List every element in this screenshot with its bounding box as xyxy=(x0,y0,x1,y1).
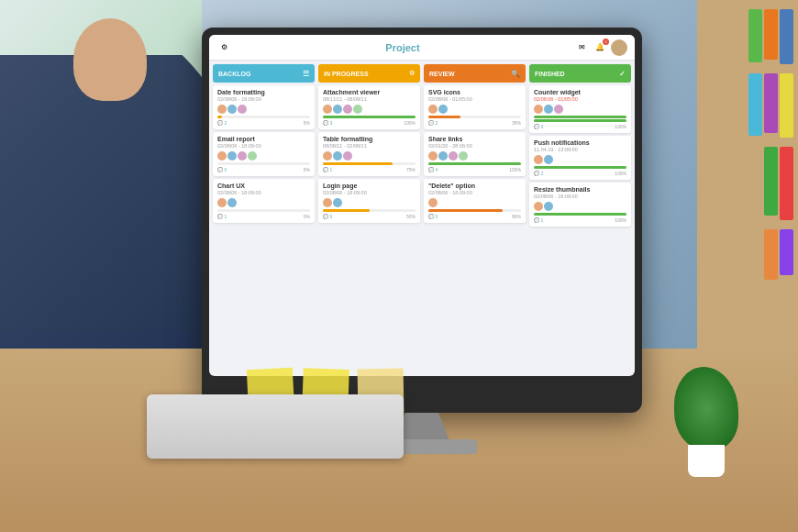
task-date: 08/08/11 - 02/08/11 xyxy=(323,143,416,149)
task-card: Counter widget 02/08:06 - 01/05:00 xyxy=(529,85,631,133)
card-footer: 💬 4 100% xyxy=(428,167,521,172)
col-label-inprogress: IN PROGRESS xyxy=(324,71,369,77)
avatars-row xyxy=(534,202,626,211)
background-scene: ⚙ Project ✉ 🔔 0 xyxy=(0,0,798,532)
progress-bg xyxy=(323,116,416,118)
card-footer: 💬 2 35% xyxy=(428,120,521,126)
avatar xyxy=(438,151,448,161)
avatar xyxy=(227,151,237,161)
avatar xyxy=(217,151,227,161)
task-card: SVG icons 02/08/06 - 01/05:00 xyxy=(424,85,526,129)
col-header-finished: FINISHED ✓ xyxy=(529,64,631,83)
msg-count: 💬 2 xyxy=(428,120,438,126)
card-footer: 💬 2 100% xyxy=(534,171,626,176)
plant xyxy=(670,367,743,477)
keyboard[interactable] xyxy=(147,394,404,459)
task-title: Push notifications xyxy=(534,139,626,146)
task-card: Share links 02/01/20 - 28:06:00 xyxy=(424,132,526,176)
progress-label: 100% xyxy=(509,167,521,172)
task-date: 02/08/06 - 18:09:00 xyxy=(217,143,310,149)
col-inprogress: IN PROGRESS ⚙ Attachment viewer 08/11/11… xyxy=(318,64,420,372)
progress-fill xyxy=(428,116,460,118)
avatar xyxy=(248,151,257,161)
progress-label: 80% xyxy=(512,214,521,219)
msg-count: 💬 0 xyxy=(428,214,438,219)
avatar xyxy=(227,105,237,114)
task-date: 08/11/11 - 08/09/11 xyxy=(323,96,416,102)
col-label-backlog: BACKLOG xyxy=(218,71,250,77)
app-header: ⚙ Project ✉ 🔔 0 xyxy=(209,35,635,61)
task-date: 02/01/20 - 28:06:00 xyxy=(428,143,521,149)
avatar xyxy=(534,105,543,114)
settings-left-icon[interactable]: ⚙ xyxy=(216,40,231,55)
card-footer: 💬 3 100% xyxy=(323,120,416,126)
avatar xyxy=(227,198,237,207)
msg-count: 💬 1 xyxy=(217,214,227,219)
progress-bg xyxy=(534,166,626,169)
avatar xyxy=(343,151,352,161)
avatar xyxy=(428,198,438,207)
avatar xyxy=(333,105,342,114)
kanban-board: BACKLOG ☰ Date formatting 02/08/06 - 18:… xyxy=(209,61,635,376)
progress-bg xyxy=(534,213,626,216)
avatar xyxy=(428,151,438,161)
mail-icon[interactable]: ✉ xyxy=(574,40,589,55)
task-title: SVG icons xyxy=(428,89,521,95)
plant-leaves xyxy=(674,367,738,449)
avatar xyxy=(238,151,247,161)
bookshelf xyxy=(697,0,798,349)
avatar xyxy=(238,105,247,114)
task-title: Email report xyxy=(217,136,310,142)
header-icons: ✉ 🔔 0 xyxy=(574,39,627,56)
card-footer: 💬 1 0% xyxy=(217,214,310,219)
progress-fill-2 xyxy=(534,119,626,122)
review-icon: 🔍 xyxy=(511,70,520,78)
msg-count: 💬 3 xyxy=(323,120,332,126)
card-footer: 💬 1 75% xyxy=(323,167,416,172)
avatar xyxy=(323,105,332,114)
progress-bg xyxy=(323,209,416,212)
col-review: REVIEW 🔍 SVG icons 02/08/06 - 01/05:00 xyxy=(424,64,526,372)
task-title: Attachment viewer xyxy=(323,89,416,95)
avatar xyxy=(333,198,342,207)
avatars-row xyxy=(217,198,310,207)
bell-icon[interactable]: 🔔 0 xyxy=(593,40,607,55)
avatar xyxy=(544,105,553,114)
task-date: 11.04.19 - 13:09:00 xyxy=(534,147,626,152)
avatar xyxy=(534,155,543,164)
progress-bg xyxy=(323,162,416,165)
monitor: ⚙ Project ✉ 🔔 0 xyxy=(202,28,642,413)
progress-label: 75% xyxy=(406,167,416,172)
avatar xyxy=(353,105,362,114)
avatars-row xyxy=(217,105,310,114)
progress-label: 0% xyxy=(304,214,310,219)
avatars-row xyxy=(428,105,521,114)
app-title: Project xyxy=(231,42,574,53)
progress-fill xyxy=(323,209,370,212)
avatar xyxy=(343,105,352,114)
col-header-inprogress: IN PROGRESS ⚙ xyxy=(318,64,420,83)
task-card: Resize thumbnails 02/08/06 - 18:09:00 xyxy=(529,183,631,227)
col-finished: FINISHED ✓ Counter widget 02/08:06 - 01/… xyxy=(529,64,631,372)
task-date: 02/08/06 - 18:09:00 xyxy=(323,190,416,195)
avatars-row xyxy=(323,151,416,161)
progress-bg xyxy=(534,116,626,118)
task-card: Email report 02/08/06 - 18:09:00 xyxy=(213,132,315,176)
msg-count: 💬 2 xyxy=(217,120,227,126)
progress-fill xyxy=(428,209,503,212)
progress-label: 35% xyxy=(512,120,521,126)
progress-label: 100% xyxy=(615,171,626,176)
task-date: 02/08/06 - 18:09:00 xyxy=(534,194,626,199)
progress-label: 5% xyxy=(304,120,310,126)
user-avatar[interactable] xyxy=(611,39,627,56)
avatar xyxy=(534,202,543,211)
progress-fill xyxy=(534,166,626,169)
avatar xyxy=(544,202,553,211)
task-title: Table formatting xyxy=(323,136,416,142)
progress-bg xyxy=(217,162,310,165)
task-title: Share links xyxy=(428,136,521,142)
avatar xyxy=(333,151,342,161)
avatar xyxy=(428,105,438,114)
progress-fill xyxy=(323,162,393,165)
avatars-row xyxy=(217,151,310,161)
